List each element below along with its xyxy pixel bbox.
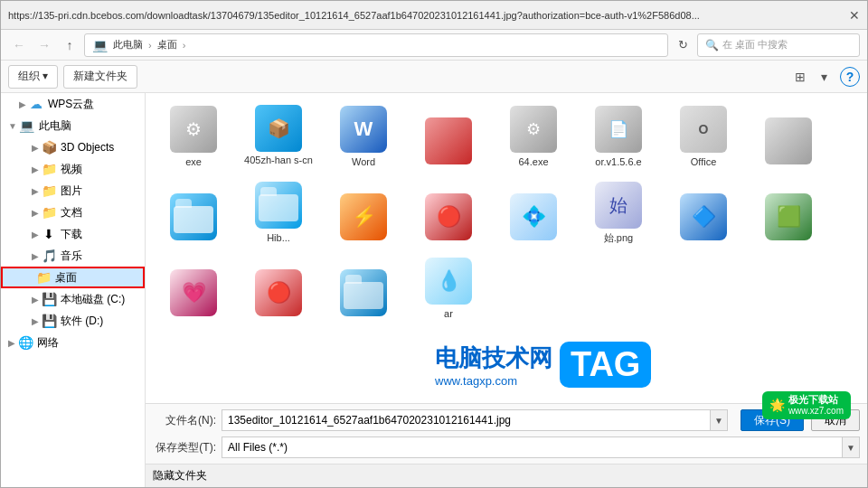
sidebar-item-wps-cloud[interactable]: ▶ ☁ WPS云盘	[1, 93, 145, 115]
cancel-button[interactable]: 取消	[811, 409, 860, 431]
expand-icon-music: ▶	[32, 251, 39, 261]
filetype-dropdown-arrow[interactable]: ▼	[842, 436, 860, 458]
search-placeholder: 在 桌面 中搜索	[722, 38, 788, 52]
list-item[interactable]: ⚡	[323, 176, 404, 249]
sidebar-label-cdrive: 本地磁盘 (C:)	[61, 292, 125, 307]
bottom-area: 文件名(N): ▼ 保存(S) 取消 保存类型(T):	[146, 403, 867, 464]
form-buttons: 保存(S) 取消	[741, 409, 860, 431]
list-item[interactable]: 🔴	[408, 176, 489, 249]
sidebar-label-network: 网络	[37, 335, 59, 351]
breadcrumb-pc: 此电脑	[113, 38, 143, 52]
file-icon: 始	[593, 181, 644, 230]
new-folder-button[interactable]: 新建文件夹	[63, 65, 137, 89]
list-item[interactable]	[408, 100, 489, 173]
list-item[interactable]: 🔷	[663, 176, 744, 249]
sidebar-item-network[interactable]: ▶ 🌐 网络	[1, 332, 145, 353]
breadcrumb-end: ›	[183, 40, 186, 51]
sidebar-item-images[interactable]: ▶ 📁 图片	[1, 180, 145, 202]
filename-input[interactable]	[222, 409, 710, 431]
list-item[interactable]: 🟩	[748, 176, 829, 249]
sidebar-item-desktop[interactable]: 📁 桌面	[1, 267, 145, 288]
list-item[interactable]: W Word	[323, 100, 404, 173]
list-item[interactable]: 🔴	[238, 252, 319, 324]
file-icon: ⚡	[338, 192, 389, 242]
list-item[interactable]: ⚙ exe	[153, 100, 234, 173]
file-icon: 🔴	[423, 192, 474, 242]
list-item[interactable]: 💠	[493, 176, 574, 249]
sidebar-label-music: 音乐	[61, 249, 82, 264]
list-item[interactable]: 始 始.png	[578, 176, 659, 249]
help-button[interactable]: ?	[840, 67, 860, 87]
list-item[interactable]: Hib...	[238, 176, 319, 249]
forward-button[interactable]: →	[33, 34, 55, 56]
folder-docs-icon: 📁	[41, 205, 57, 220]
file-icon: ⚙	[508, 105, 559, 154]
filename-input-group: ▼	[222, 409, 728, 431]
pc-icon: 💻	[92, 38, 108, 52]
filename-dropdown-arrow[interactable]: ▼	[710, 409, 728, 431]
expand-icon-videos: ▶	[32, 164, 39, 174]
title-url: https://135-pri.cdn.bcebos.com/downloadt…	[8, 10, 842, 21]
sidebar-item-ddrive[interactable]: ▶ 💾 软件 (D:)	[1, 310, 145, 332]
file-name: or.v1.5.6.e	[595, 155, 641, 168]
content-area: ⚙ exe 📦 405zh-han s-cn_full.ex	[146, 93, 867, 487]
sidebar-item-cdrive[interactable]: ▶ 💾 本地磁盘 (C:)	[1, 288, 145, 310]
organize-button[interactable]: 组织 ▾	[8, 65, 58, 89]
file-grid: ⚙ exe 📦 405zh-han s-cn_full.ex	[146, 93, 867, 403]
list-item[interactable]	[153, 176, 234, 249]
file-name: ar	[444, 307, 453, 320]
filetype-input[interactable]	[222, 436, 842, 458]
file-icon: ⚙	[168, 105, 219, 154]
list-item[interactable]: 📦 405zh-han s-cn_full.ex	[238, 100, 319, 173]
list-item[interactable]: 💗	[153, 252, 234, 324]
sidebar-item-music[interactable]: ▶ 🎵 音乐	[1, 245, 145, 267]
sidebar-item-3d[interactable]: ▶ 📦 3D Objects	[1, 136, 145, 158]
expand-icon-pc: ▼	[8, 121, 17, 131]
folder-videos-icon: 📁	[41, 162, 57, 176]
list-item[interactable]: ⚙ 64.exe	[493, 100, 574, 173]
file-icon	[338, 267, 389, 318]
sidebar-item-this-pc[interactable]: ▼ 💻 此电脑	[1, 115, 145, 136]
sidebar-item-videos[interactable]: ▶ 📁 视频	[1, 158, 145, 180]
sidebar-item-downloads[interactable]: ▶ ⬇ 下载	[1, 223, 145, 245]
filename-row: 文件名(N): ▼ 保存(S) 取消	[153, 409, 860, 431]
save-button[interactable]: 保存(S)	[741, 409, 804, 431]
sidebar-item-documents[interactable]: ▶ 📁 文档	[1, 202, 145, 223]
file-icon: 📄	[593, 105, 644, 154]
close-icon[interactable]: ✕	[849, 8, 860, 23]
list-item[interactable]: 📄 or.v1.5.6.e	[578, 100, 659, 173]
sidebar-label-desktop: 桌面	[55, 270, 77, 286]
file-icon: 🔷	[678, 192, 729, 242]
breadcrumb-desktop: 桌面	[157, 38, 177, 52]
breadcrumb-separator: ›	[148, 40, 152, 51]
sidebar: ▶ ☁ WPS云盘 ▼ 💻 此电脑 ▶ 📦 3D Objects ▶ 📁 视频	[1, 93, 146, 487]
hide-folders-label: 隐藏文件夹	[153, 468, 207, 483]
view-options-button[interactable]: ▾	[813, 66, 835, 88]
up-button[interactable]: ↑	[59, 34, 80, 56]
file-icon: 🟩	[763, 192, 814, 242]
sidebar-label-this-pc: 此电脑	[39, 118, 71, 134]
sidebar-label-ddrive: 软件 (D:)	[61, 314, 103, 329]
sidebar-label-wps-cloud: WPS云盘	[48, 97, 94, 112]
toolbar: 组织 ▾ 新建文件夹 ⊞ ▾ ?	[1, 61, 867, 93]
list-item[interactable]	[323, 252, 404, 324]
file-name: Word	[352, 155, 375, 168]
content-wrapper: ⚙ exe 📦 405zh-han s-cn_full.ex	[146, 93, 867, 487]
list-item[interactable]	[748, 100, 829, 173]
sidebar-label-downloads: 下载	[61, 227, 82, 242]
file-icon	[168, 192, 219, 242]
list-item[interactable]: 💧 ar	[408, 252, 489, 324]
view-grid-button[interactable]: ⊞	[789, 66, 811, 88]
main-area: ▶ ☁ WPS云盘 ▼ 💻 此电脑 ▶ 📦 3D Objects ▶ 📁 视频	[1, 93, 867, 487]
nav-bar: ← → ↑ 💻 此电脑 › 桌面 › ↻ 🔍 在 桌面 中搜索	[1, 30, 867, 61]
folder-desktop-icon: 📁	[35, 270, 52, 285]
back-button[interactable]: ←	[8, 34, 30, 56]
address-bar[interactable]: 💻 此电脑 › 桌面 ›	[84, 33, 668, 57]
filetype-label: 保存类型(T):	[153, 440, 216, 455]
search-bar[interactable]: 🔍 在 桌面 中搜索	[697, 33, 860, 57]
file-icon: W	[338, 105, 389, 154]
list-item[interactable]: O Office	[663, 100, 744, 173]
search-icon: 🔍	[705, 39, 719, 52]
file-name: 始.png	[604, 231, 633, 244]
refresh-button[interactable]: ↻	[672, 34, 693, 56]
